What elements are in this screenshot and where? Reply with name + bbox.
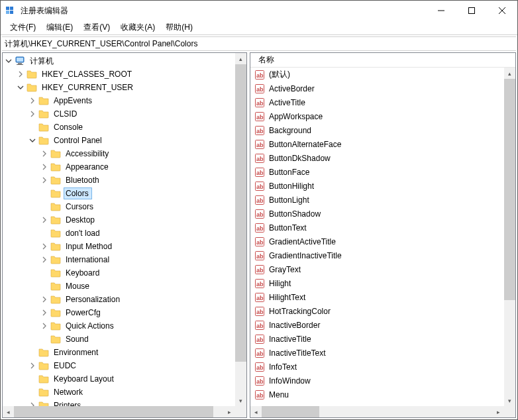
scroll-track[interactable] [262,406,493,417]
tree-item[interactable]: Desktop [4,213,235,227]
tree-item-label[interactable]: AppEvents [52,95,95,107]
tree-item[interactable]: EUDC [4,359,235,372]
tree-item-label[interactable]: HKEY_CURRENT_USER [40,81,136,93]
scroll-left-button[interactable]: ◂ [250,406,262,417]
chevron-right-icon[interactable] [40,149,49,158]
close-button[interactable] [487,1,517,21]
scroll-up-button[interactable]: ▴ [235,53,246,64]
scroll-right-button[interactable]: ▸ [224,406,235,417]
tree-item-label[interactable]: Sound [64,333,92,345]
tree-item[interactable]: AppEvents [4,94,235,107]
tree-item-label[interactable]: 计算机 [28,54,57,68]
chevron-right-icon[interactable] [40,255,49,264]
chevron-down-icon[interactable] [4,56,13,66]
tree-item[interactable]: Appearance [4,160,235,174]
column-header-name[interactable]: 名称 [254,53,278,67]
chevron-right-icon[interactable] [40,308,49,317]
tree-item[interactable]: International [4,253,235,266]
chevron-right-icon[interactable] [40,295,49,304]
chevron-right-icon[interactable] [40,321,49,331]
chevron-right-icon[interactable] [28,361,37,370]
tree-item[interactable]: Keyboard [4,266,235,280]
chevron-right-icon[interactable] [40,176,49,185]
tree-item[interactable]: Cursors [4,200,235,213]
tree-item-label[interactable]: Personalization [64,293,123,305]
values-vertical-scrollbar[interactable]: ▴ ▾ [504,68,515,406]
tree-item[interactable]: Quick Actions [4,319,235,333]
tree-item[interactable]: Environment [4,346,235,359]
scroll-left-button[interactable]: ◂ [3,406,14,417]
chevron-right-icon[interactable] [40,162,49,172]
chevron-right-icon[interactable] [40,242,49,251]
chevron-down-icon[interactable] [16,83,25,92]
tree-item[interactable]: Mouse [4,280,235,293]
tree-item-label[interactable]: Keyboard Layout [52,373,117,385]
scroll-thumb[interactable] [235,64,246,362]
tree-item-label[interactable]: Printers [52,399,84,406]
tree-item[interactable]: Accessibility [4,147,235,160]
tree-item-label[interactable]: Bluetooth [64,174,103,186]
tree-item-label[interactable]: CLSID [52,108,80,120]
tree-item[interactable]: HKEY_CLASSES_ROOT [4,68,235,81]
tree-item-label[interactable]: Keyboard [64,267,103,279]
tree-item[interactable]: Console [4,121,235,134]
tree-vertical-scrollbar[interactable]: ▴ ▾ [235,53,246,406]
tree-item[interactable]: HKEY_CURRENT_USER [4,81,235,94]
scroll-down-button[interactable]: ▾ [504,395,515,406]
tree-item-label[interactable]: Mouse [64,280,93,292]
scroll-up-button[interactable]: ▴ [504,68,515,79]
chevron-right-icon[interactable] [28,109,37,119]
scroll-right-button[interactable]: ▸ [493,406,504,417]
chevron-right-icon[interactable] [40,215,49,225]
value-row[interactable]: ButtonLight [250,193,504,207]
tree-item-label[interactable]: Appearance [64,161,112,173]
value-row[interactable]: AppWorkspace [250,109,504,123]
value-row[interactable]: Background [250,123,504,137]
tree-item[interactable]: Network [4,386,235,399]
chevron-right-icon[interactable] [28,401,37,406]
value-row[interactable]: ButtonHilight [250,179,504,193]
value-row[interactable]: ButtonDkShadow [250,151,504,165]
value-row[interactable]: Menu [250,388,504,401]
tree-item[interactable]: Keyboard Layout [4,372,235,386]
value-row[interactable]: InfoText [250,360,504,374]
menu-favorites[interactable]: 收藏夹(A) [115,21,160,34]
scroll-track[interactable] [235,64,246,395]
scroll-thumb[interactable] [504,79,515,300]
tree-item[interactable]: Colors [4,187,235,200]
tree-item-label[interactable]: Quick Actions [64,320,117,332]
value-row[interactable]: InfoWindow [250,374,504,388]
value-row[interactable]: GrayText [250,262,504,276]
value-row[interactable]: ButtonAlternateFace [250,137,504,151]
tree-item[interactable]: 计算机 [4,54,235,68]
values-list[interactable]: (默认)ActiveBorderActiveTitleAppWorkspaceB… [250,68,504,406]
tree-item-label[interactable]: EUDC [52,360,79,372]
tree-item[interactable]: Input Method [4,240,235,253]
chevron-right-icon[interactable] [16,70,25,79]
menu-file[interactable]: 文件(F) [5,21,41,34]
maximize-button[interactable] [456,1,487,21]
scroll-down-button[interactable]: ▾ [235,395,246,406]
value-row[interactable]: ButtonShadow [250,207,504,221]
value-row[interactable]: InactiveTitleText [250,346,504,360]
tree-item-label[interactable]: Console [52,121,86,133]
tree-view[interactable]: 计算机HKEY_CLASSES_ROOTHKEY_CURRENT_USERApp… [3,53,235,406]
value-row[interactable]: (默认) [250,68,504,81]
value-row[interactable]: InactiveTitle [250,332,504,346]
tree-item[interactable]: Sound [4,333,235,346]
value-row[interactable]: GradientActiveTitle [250,235,504,248]
tree-item-label[interactable]: Input Method [64,240,115,252]
tree-item-label[interactable]: Network [52,386,86,398]
value-row[interactable]: Hilight [250,276,504,290]
address-input[interactable] [2,38,516,50]
value-row[interactable]: GradientInactiveTitle [250,248,504,262]
value-row[interactable]: ActiveTitle [250,95,504,109]
tree-item-label[interactable]: Accessibility [64,148,112,160]
tree-item-label[interactable]: PowerCfg [64,307,104,319]
value-row[interactable]: ActiveBorder [250,81,504,95]
tree-item[interactable]: Bluetooth [4,174,235,187]
tree-horizontal-scrollbar[interactable]: ◂ ▸ [3,406,235,417]
value-row[interactable]: ButtonText [250,221,504,235]
tree-item-label[interactable]: HKEY_CLASSES_ROOT [40,68,135,80]
menu-help[interactable]: 帮助(H) [160,21,198,34]
